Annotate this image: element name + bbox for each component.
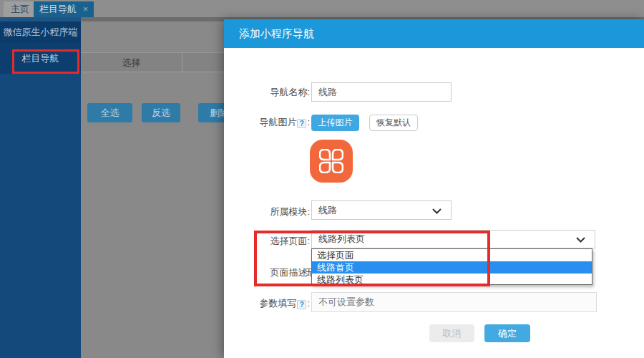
close-icon[interactable]: × (83, 4, 88, 14)
module-label: 所属模块: (224, 205, 310, 218)
sidebar-item-column-nav[interactable]: 栏目导航 (0, 50, 81, 67)
params-label: 参数填写?: (224, 297, 310, 310)
clover-icon (319, 149, 343, 173)
tab-home[interactable]: 主页 (4, 1, 36, 17)
sidebar-header: 微信原生小程序端 (0, 21, 81, 43)
tab-bar: 主页 栏目导航× (0, 0, 644, 17)
nav-name-value: 线路 (318, 86, 337, 99)
modal-header: 添加小程序导航 (224, 19, 644, 48)
select-all-button[interactable]: 全选 (87, 103, 132, 122)
modal-title: 添加小程序导航 (239, 19, 314, 48)
module-value: 线路 (318, 204, 337, 217)
tab-column-nav[interactable]: 栏目导航× (34, 1, 94, 17)
help-icon[interactable]: ? (297, 300, 306, 309)
dropdown-option[interactable]: 线路列表页 (312, 274, 592, 286)
page-select[interactable]: 线路列表页 (311, 230, 595, 248)
cancel-button[interactable]: 取消 (429, 324, 474, 342)
background-content: 选择 全选 反选 删除 (81, 21, 224, 358)
confirm-button[interactable]: 确定 (484, 324, 530, 342)
nav-name-input[interactable]: 线路 (311, 82, 452, 102)
restore-default-button[interactable]: 恢复默认 (369, 115, 418, 131)
dropdown-option-highlighted[interactable]: 线路首页 (312, 261, 592, 274)
params-value: 不可设置参数 (318, 296, 374, 309)
params-input[interactable]: 不可设置参数 (311, 292, 597, 312)
page-select-value: 线路列表页 (318, 233, 365, 246)
nav-name-label: 导航名称: (224, 86, 310, 99)
chevron-down-icon (432, 208, 441, 214)
nav-image-preview (310, 140, 353, 183)
page-desc-label: 页面描述: (224, 266, 310, 279)
dropdown-option[interactable]: 选择页面 (312, 249, 592, 261)
nav-image-label: 导航图片?: (224, 116, 310, 129)
chevron-down-icon (576, 237, 585, 243)
invert-selection-button[interactable]: 反选 (142, 103, 180, 122)
sidebar: 微信原生小程序端 栏目导航 (0, 21, 81, 358)
help-icon[interactable]: ? (297, 119, 306, 128)
upload-image-button[interactable]: 上传图片 (311, 115, 359, 131)
table-header-select: 选择 (81, 53, 182, 73)
page-dropdown-list: 选择页面 线路首页 线路列表页 (311, 248, 592, 285)
module-select[interactable]: 线路 (311, 200, 452, 220)
page-select-label: 选择页面: (224, 235, 310, 248)
table-header-row: 选择 (81, 52, 224, 72)
tab-active-label: 栏目导航 (39, 4, 77, 14)
add-navigation-modal: 添加小程序导航 导航名称: 线路 导航图片?: 上传图片 恢复默认 所属模块: … (224, 19, 644, 358)
